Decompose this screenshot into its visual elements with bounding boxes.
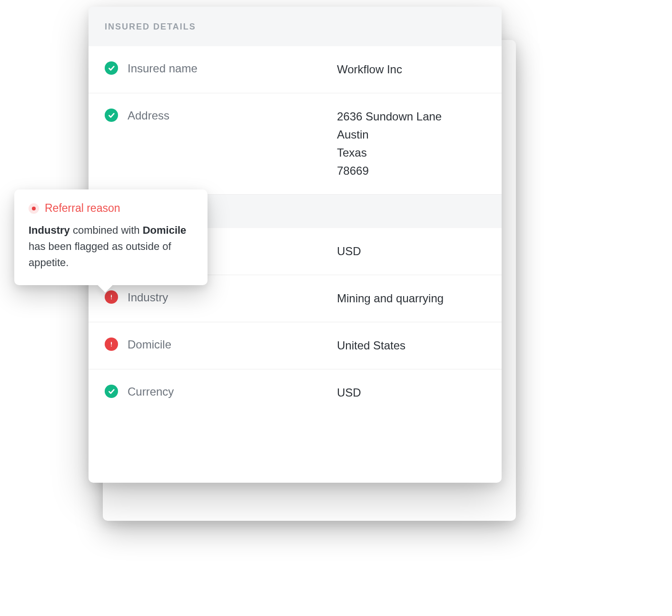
pulse-dot-icon bbox=[29, 203, 39, 214]
section-title: INSURED DETAILS bbox=[105, 22, 485, 32]
row-value: 2636 Sundown LaneAustinTexas78669 bbox=[337, 108, 485, 180]
row-value: USD bbox=[337, 242, 485, 260]
popover-body: Industry combined with Domicile has been… bbox=[29, 222, 193, 271]
referral-reason-popover: Referral reason Industry combined with D… bbox=[14, 189, 208, 285]
section-header: INSURED DETAILS bbox=[89, 7, 502, 46]
popover-text: has been flagged as outside of appetite. bbox=[29, 240, 171, 268]
row-domicile: Domicile United States bbox=[89, 322, 502, 369]
row-currency: Currency USD bbox=[89, 369, 502, 416]
svg-rect-2 bbox=[111, 342, 112, 345]
check-icon bbox=[105, 61, 118, 75]
svg-rect-0 bbox=[111, 295, 112, 298]
svg-rect-1 bbox=[111, 298, 112, 299]
row-label: Domicile bbox=[128, 337, 337, 353]
check-icon bbox=[105, 385, 118, 398]
check-icon bbox=[105, 109, 118, 122]
row-label: Address bbox=[128, 108, 337, 124]
popover-bold-domicile: Domicile bbox=[143, 224, 187, 236]
row-label: Insured name bbox=[128, 60, 337, 77]
popover-title: Referral reason bbox=[45, 202, 120, 215]
alert-icon bbox=[105, 338, 118, 351]
svg-rect-3 bbox=[111, 346, 112, 347]
row-value: USD bbox=[337, 384, 485, 402]
popover-bold-industry: Industry bbox=[29, 224, 70, 236]
row-address: Address 2636 Sundown LaneAustinTexas7866… bbox=[89, 93, 502, 195]
alert-icon bbox=[105, 290, 118, 304]
row-label: Currency bbox=[128, 384, 337, 400]
row-insured-name: Insured name Workflow Inc bbox=[89, 46, 502, 93]
popover-text: combined with bbox=[70, 224, 143, 236]
row-label: Industry bbox=[128, 289, 337, 306]
row-value: Mining and quarrying bbox=[337, 289, 485, 308]
row-value: United States bbox=[337, 337, 485, 355]
row-value: Workflow Inc bbox=[337, 60, 485, 79]
